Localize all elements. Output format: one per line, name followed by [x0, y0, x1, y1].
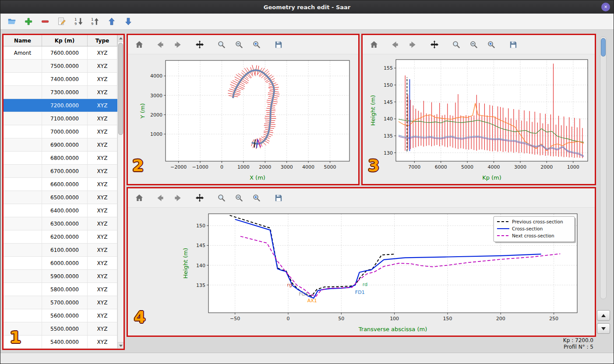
table-row[interactable]: 7100.0000XYZ	[4, 112, 117, 125]
status-readouts: Kp : 7200.0 Profil N° : 5	[563, 337, 593, 350]
pan-button[interactable]	[194, 39, 206, 51]
column-header-type[interactable]: Type	[88, 35, 117, 46]
table-cell: 7400.0000	[42, 73, 88, 85]
table-row[interactable]: 7400.0000XYZ	[4, 73, 117, 86]
save-button[interactable]	[272, 39, 285, 51]
open-button[interactable]	[6, 15, 18, 28]
zoom-out-icon	[469, 40, 479, 49]
zoom-button[interactable]	[450, 39, 462, 51]
add-profile-button[interactable]	[22, 15, 35, 28]
table-row[interactable]: 6600.0000XYZ	[4, 178, 117, 191]
close-button[interactable]: ×	[601, 3, 610, 11]
save-button[interactable]	[272, 192, 285, 204]
move-up-icon	[107, 17, 116, 26]
title-bar: Geometry reach edit - Saar ×	[0, 0, 614, 14]
home-button[interactable]	[133, 39, 145, 51]
table-cell: XYZ	[88, 125, 117, 138]
zoom-out-button[interactable]	[468, 39, 480, 51]
zoom-in-button[interactable]	[251, 39, 263, 51]
svg-text:AX1: AX1	[307, 298, 317, 304]
table-row[interactable]: 5600.0000XYZ	[4, 309, 117, 322]
cross-section-chart[interactable]: −50050100150200250135140145150rgrdFG1AX1…	[128, 208, 595, 336]
svg-text:7000: 7000	[408, 164, 420, 170]
table-row[interactable]: 6700.0000XYZ	[4, 165, 117, 178]
zoom-out-button[interactable]	[233, 39, 245, 51]
forward-button[interactable]	[172, 192, 184, 204]
save-icon	[274, 40, 283, 49]
table-scrollbar-thumb[interactable]	[118, 43, 123, 135]
table-cell: 6700.0000	[42, 165, 88, 177]
forward-button[interactable]	[406, 39, 419, 51]
profile-scrollbar-thumb[interactable]	[601, 38, 606, 57]
table-cell: 6200.0000	[42, 230, 88, 243]
column-header-kp[interactable]: Kp (m)	[42, 35, 88, 46]
table-cell	[4, 217, 42, 230]
sort-descending-icon: 19	[74, 17, 83, 26]
back-button[interactable]	[154, 39, 166, 51]
table-row[interactable]: 6000.0000XYZ	[4, 257, 117, 270]
plan-view-panel: −2000−1000010002000300040005000100020003…	[127, 34, 360, 185]
sort-ascending-button[interactable]: 19	[89, 15, 101, 28]
back-button[interactable]	[154, 192, 166, 204]
zoom-button[interactable]	[215, 39, 228, 51]
forward-button[interactable]	[172, 39, 184, 51]
svg-text:rd: rd	[363, 282, 367, 287]
table-row[interactable]: 5900.0000XYZ	[4, 270, 117, 283]
zoom-in-button[interactable]	[485, 39, 498, 51]
table-row[interactable]: 5700.0000XYZ	[4, 296, 117, 309]
move-down-button[interactable]	[122, 15, 134, 28]
table-cell: XYZ	[88, 244, 117, 256]
table-row[interactable]: 6500.0000XYZ	[4, 191, 117, 204]
scroll-up-button[interactable]	[118, 35, 124, 42]
back-button[interactable]	[389, 39, 401, 51]
table-cell: 6600.0000	[42, 178, 88, 191]
table-row[interactable]: 7000.0000XYZ	[4, 125, 117, 138]
svg-text:100: 100	[390, 316, 399, 322]
table-row[interactable]: 6400.0000XYZ	[4, 204, 117, 217]
table-row[interactable]: 6900.0000XYZ	[4, 138, 117, 152]
table-cell: Amont	[4, 46, 42, 59]
column-header-name[interactable]: Name	[4, 35, 42, 46]
table-row[interactable]: Amont7600.0000XYZ	[4, 46, 117, 60]
home-button[interactable]	[133, 192, 145, 204]
zoom-out-button[interactable]	[233, 192, 245, 204]
table-row[interactable]: 7300.0000XYZ	[4, 86, 117, 99]
zoom-button[interactable]	[215, 192, 228, 204]
plan-view-chart[interactable]: −2000−1000010002000300040005000100020003…	[128, 54, 358, 184]
table-scrollbar[interactable]	[117, 35, 124, 349]
table-row[interactable]: 6300.0000XYZ	[4, 217, 117, 230]
main-toolbar: 1919	[0, 14, 614, 30]
svg-text:3000: 3000	[281, 164, 293, 170]
table-cell	[4, 230, 42, 243]
longitudinal-panel: 7000600050004000300020001000130135140145…	[361, 34, 596, 185]
svg-text:150: 150	[384, 82, 393, 88]
svg-text:−50: −50	[230, 316, 240, 322]
table-row[interactable]: 7500.0000XYZ	[4, 60, 117, 73]
svg-text:X (m): X (m)	[250, 174, 265, 181]
svg-text:Kp (m): Kp (m)	[482, 174, 501, 181]
remove-profile-button[interactable]	[39, 15, 51, 28]
next-profile-button[interactable]	[597, 323, 610, 334]
edit-profile-button[interactable]	[56, 15, 68, 28]
home-button[interactable]	[368, 39, 380, 51]
table-row[interactable]: 7200.0000XYZ	[4, 99, 117, 112]
longitudinal-chart[interactable]: 7000600050004000300020001000130135140145…	[363, 54, 595, 184]
home-icon	[134, 193, 144, 203]
sort-descending-button[interactable]: 19	[72, 15, 85, 28]
profile-scrollbar[interactable]	[600, 36, 607, 299]
table-row[interactable]: 5800.0000XYZ	[4, 283, 117, 296]
zoom-in-button[interactable]	[251, 192, 263, 204]
previous-profile-button[interactable]	[597, 310, 610, 321]
move-up-button[interactable]	[106, 15, 118, 28]
save-button[interactable]	[507, 39, 519, 51]
scroll-down-button[interactable]	[118, 342, 124, 349]
table-cell: XYZ	[88, 217, 117, 230]
forward-icon	[173, 193, 183, 203]
table-cell: 5800.0000	[42, 283, 88, 296]
window-title: Geometry reach edit - Saar	[264, 4, 350, 11]
pan-button[interactable]	[428, 39, 441, 51]
table-row[interactable]: 6200.0000XYZ	[4, 230, 117, 244]
table-row[interactable]: 6100.0000XYZ	[4, 244, 117, 257]
table-row[interactable]: 6800.0000XYZ	[4, 152, 117, 165]
pan-button[interactable]	[194, 192, 206, 204]
